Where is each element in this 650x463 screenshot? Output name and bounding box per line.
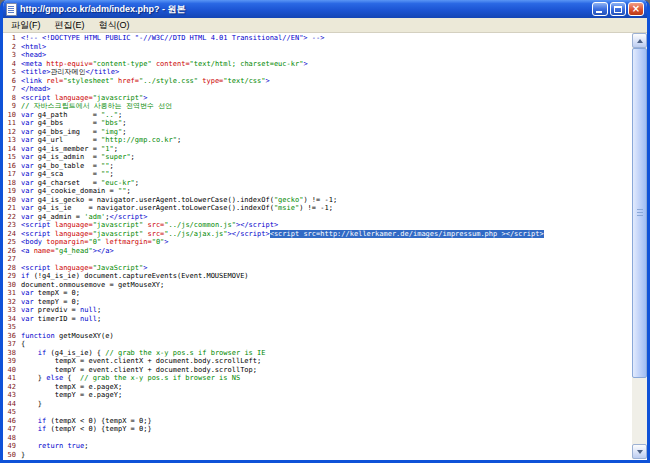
code-segment: g4_admin = — [34, 213, 85, 221]
code-segment: g4_charset = — [34, 179, 101, 187]
code-segment: } — [21, 400, 42, 408]
code-segment: var — [21, 306, 34, 314]
code-segment: "http://gmp.co.kr" — [101, 136, 177, 144]
line-number: 43 — [3, 391, 21, 400]
line-number: 19 — [3, 187, 21, 196]
code-line: 40 tempY = event.clientY + document.body… — [3, 366, 632, 375]
code-segment: "javascript" — [93, 94, 144, 102]
editor-area[interactable]: 1<!-- <!DOCTYPE HTML PUBLIC "-//W3C//DTD… — [3, 33, 647, 459]
scroll-down-icon — [637, 450, 643, 454]
code-segment: ".." — [101, 111, 118, 119]
maximize-button[interactable] — [610, 2, 626, 16]
code-line: 31var tempX = 0; — [3, 289, 632, 298]
code-segment: ; — [84, 442, 88, 450]
close-button[interactable]: × — [628, 2, 644, 16]
line-number: 21 — [3, 204, 21, 213]
code-line: 46 if (tempX < 0) {tempX = 0;} — [3, 417, 632, 426]
code-segment: ; — [118, 111, 122, 119]
code-segment: g4_bo_table = — [34, 162, 101, 170]
code-segment: "g4_head" — [55, 247, 93, 255]
code-line: 36function getMouseXY(e) — [3, 332, 632, 341]
code-line: 37{ — [3, 340, 632, 349]
title-bar[interactable]: http://gmp.co.kr/adm/index.php? - 원본 × — [3, 0, 647, 18]
code-segment: ; — [97, 315, 101, 323]
code-text: <head> — [21, 51, 46, 60]
menu-item-format[interactable]: 형식(O) — [92, 18, 137, 33]
line-number: 6 — [3, 77, 21, 86]
code-segment: var — [21, 119, 34, 127]
code-segment: "1" — [101, 145, 114, 153]
code-line: 16var g4_bo_table = ""; — [3, 162, 632, 171]
code-segment: 관리자메인 — [51, 68, 86, 76]
code-segment: "../style.css" — [139, 77, 198, 85]
code-line: 4<meta http-equiv="content-type" content… — [3, 60, 632, 69]
code-segment: tempY = e.pageY; — [21, 391, 122, 399]
line-number: 38 — [3, 349, 21, 358]
window-title: http://gmp.co.kr/adm/index.php? - 원본 — [20, 3, 589, 16]
code-text: var g4_is_ie = navigator.userAgent.toLow… — [21, 204, 333, 213]
code-text: } — [21, 451, 25, 460]
minimize-button[interactable] — [592, 2, 608, 16]
line-number: 25 — [3, 238, 21, 247]
code-segment: "../js/common.js" — [164, 221, 236, 229]
menu-item-edit[interactable]: 편집(E) — [48, 18, 92, 33]
code-line: 26<a name="g4_head"></a> — [3, 247, 632, 256]
scroll-down-button[interactable] — [632, 444, 647, 459]
code-segment: <!-- <!DOCTYPE HTML PUBLIC "-//W3C//DTD … — [21, 34, 324, 42]
line-number: 9 — [3, 102, 21, 111]
code-segment: // grab the x-y pos.s if browser is NS — [80, 374, 240, 382]
code-segment: var — [21, 145, 34, 153]
code-text: var tempX = 0; — [21, 289, 80, 298]
code-segment: "bbs" — [101, 119, 122, 127]
line-number: 31 — [3, 289, 21, 298]
code-segment: "text/css" — [223, 77, 265, 85]
code-line: 24<script language="javascript" src="../… — [3, 230, 632, 239]
code-text: var g4_is_member = "1"; — [21, 145, 118, 154]
line-number: 46 — [3, 417, 21, 426]
code-line: 9// 자바스크립트에서 사용하는 전역변수 선언 — [3, 102, 632, 111]
code-segment: > — [143, 94, 147, 102]
code-segment: (tempX < 0) {tempX = 0;} — [46, 417, 151, 425]
code-segment: (!g4_is_ie) document.captureEvents(Event… — [29, 272, 248, 280]
scrollbar-thumb[interactable] — [632, 48, 647, 378]
code-segment: ; — [177, 136, 181, 144]
code-line: 47 if (tempY < 0) {tempY = 0;} — [3, 425, 632, 434]
code-segment: var — [21, 111, 34, 119]
code-line: 43 tempY = e.pageY; — [3, 391, 632, 400]
code-segment: timerID = — [34, 315, 80, 323]
code-segment: // grab the x-y pos.s if browser is IE — [105, 349, 265, 357]
code-segment: tempY = event.clientY + document.body.sc… — [21, 366, 257, 374]
code-line: 6<link rel="stylesheet" href="../style.c… — [3, 77, 632, 86]
code-segment: var — [21, 162, 34, 170]
code-segment: var — [21, 213, 34, 221]
code-segment: type= — [198, 77, 223, 85]
line-number: 24 — [3, 230, 21, 239]
code-segment: name= — [34, 247, 55, 255]
code-line: 48 — [3, 434, 632, 443]
code-segment: src= — [143, 221, 164, 229]
code-segment: ; — [110, 170, 114, 178]
code-line: 10var g4_path = ".."; — [3, 111, 632, 120]
code-line: 32var tempY = 0; — [3, 298, 632, 307]
scroll-up-button[interactable] — [632, 33, 647, 48]
line-number: 2 — [3, 43, 21, 52]
code-segment: "gecko" — [274, 196, 304, 204]
scrollbar-track[interactable] — [632, 48, 647, 444]
code-segment: leftmargin= — [101, 238, 152, 246]
code-line: 3<head> — [3, 51, 632, 60]
code-text: tempX = e.pageX; — [21, 383, 122, 392]
line-number: 50 — [3, 451, 21, 460]
code-line: 1<!-- <!DOCTYPE HTML PUBLIC "-//W3C//DTD… — [3, 34, 632, 43]
code-segment: prevdiv = — [34, 306, 80, 314]
code-text: tempY = event.clientY + document.body.sc… — [21, 366, 257, 375]
code-segment — [21, 417, 38, 425]
code-segment: > — [303, 60, 307, 68]
line-number: 17 — [3, 170, 21, 179]
menu-item-file[interactable]: 파일(F) — [4, 18, 48, 33]
code-segment: > — [164, 238, 168, 246]
code-line: 38 if (g4_is_ie) { // grab the x-y pos.s… — [3, 349, 632, 358]
code-segment: } — [21, 374, 46, 382]
code-text: var g4_sca = ""; — [21, 170, 114, 179]
code-line: 17var g4_sca = ""; — [3, 170, 632, 179]
code-segment: var — [21, 170, 34, 178]
